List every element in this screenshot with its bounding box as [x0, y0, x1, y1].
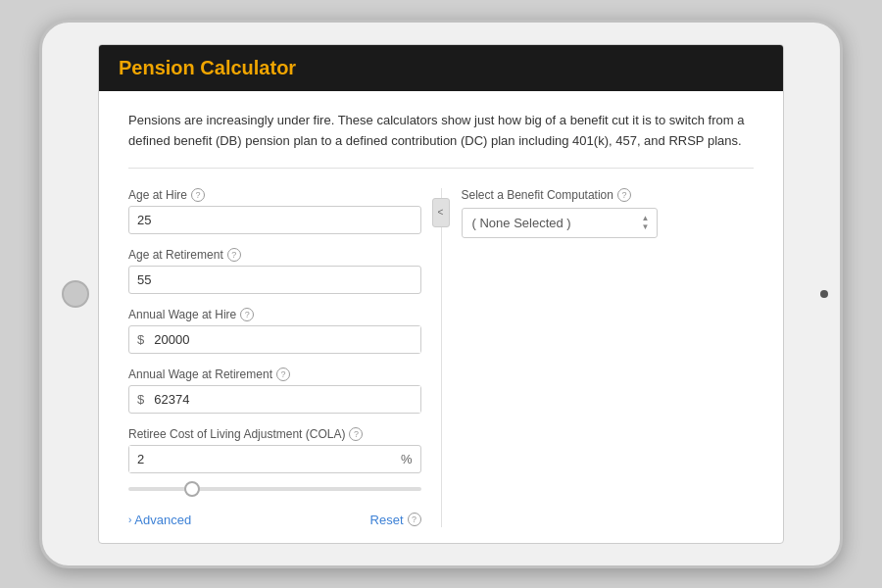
description-text: Pensions are increasingly under fire. Th… [128, 111, 754, 169]
field-age-at-retirement: Age at Retirement ? [128, 248, 421, 294]
advanced-chevron-icon: › [128, 514, 131, 525]
field-cola: Retiree Cost of Living Adjustment (COLA)… [128, 427, 421, 495]
cola-slider[interactable] [128, 487, 421, 491]
currency-prefix-retirement: $ [129, 386, 150, 413]
select-label: Select a Benefit Computation ? [462, 188, 755, 202]
currency-prefix-hire: $ [129, 326, 150, 353]
reset-button[interactable]: Reset ? [370, 513, 421, 527]
help-icon-age-at-hire[interactable]: ? [191, 188, 205, 202]
input-cola[interactable] [129, 446, 397, 472]
label-annual-wage-retirement: Annual Wage at Retirement ? [128, 368, 421, 381]
field-annual-wage-hire: Annual Wage at Hire ? $ [128, 308, 421, 354]
help-icon-annual-wage-hire[interactable]: ? [240, 308, 254, 321]
input-wrapper-cola: % [128, 445, 421, 473]
app-header: Pension Calculator [99, 45, 783, 91]
input-age-at-hire[interactable] [128, 206, 421, 234]
label-annual-wage-hire: Annual Wage at Hire ? [128, 308, 421, 321]
label-cola: Retiree Cost of Living Adjustment (COLA)… [128, 427, 421, 441]
cola-slider-container [128, 477, 421, 495]
benefit-select[interactable]: ( None Selected ) [462, 208, 658, 238]
help-icon-reset[interactable]: ? [408, 513, 421, 526]
tablet-home-button[interactable] [62, 280, 89, 308]
screen: Pension Calculator Pensions are increasi… [98, 44, 784, 544]
field-age-at-hire: Age at Hire ? [128, 188, 421, 234]
tablet: Pension Calculator Pensions are increasi… [39, 20, 843, 568]
input-annual-wage-hire[interactable] [150, 326, 419, 353]
field-annual-wage-retirement: Annual Wage at Retirement ? $ [128, 368, 421, 414]
input-wrapper-annual-wage-retirement: $ [128, 385, 421, 414]
main-content: Pensions are increasingly under fire. Th… [99, 91, 783, 543]
footer-row: › Advanced Reset ? [128, 509, 421, 527]
help-icon-age-at-retirement[interactable]: ? [227, 248, 241, 262]
help-icon-cola[interactable]: ? [349, 427, 363, 441]
input-age-at-retirement[interactable] [128, 266, 421, 294]
percent-suffix: % [397, 446, 420, 472]
help-icon-select[interactable]: ? [617, 188, 631, 202]
left-panel: Age at Hire ? Age at Retirement ? [128, 188, 442, 527]
label-age-at-hire: Age at Hire ? [128, 188, 421, 202]
benefit-select-wrapper: ( None Selected ) ▲ ▼ [462, 208, 658, 238]
input-annual-wage-retirement[interactable] [150, 386, 419, 413]
input-wrapper-annual-wage-hire: $ [128, 325, 421, 354]
right-panel: < Select a Benefit Computation ? ( None … [442, 188, 755, 527]
help-icon-annual-wage-retirement[interactable]: ? [276, 368, 290, 381]
tablet-camera [820, 290, 828, 298]
advanced-button[interactable]: › Advanced [128, 513, 191, 527]
app-title: Pension Calculator [119, 57, 296, 78]
form-area: Age at Hire ? Age at Retirement ? [128, 188, 754, 527]
collapse-button[interactable]: < [432, 198, 450, 227]
label-age-at-retirement: Age at Retirement ? [128, 248, 421, 262]
